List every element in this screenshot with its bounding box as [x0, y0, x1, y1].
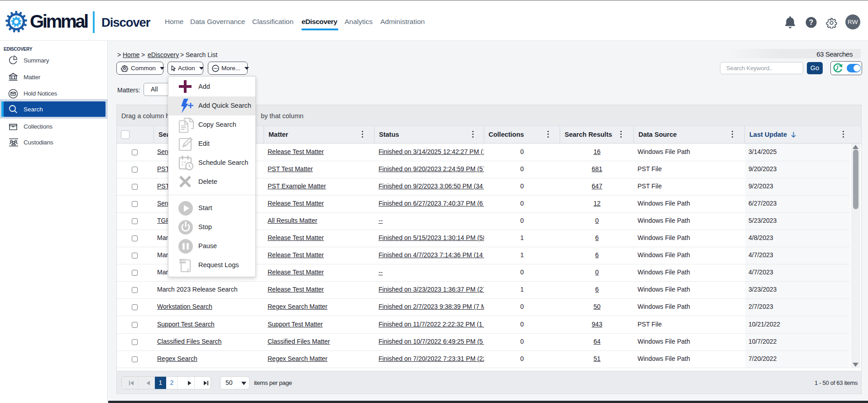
svg-text:LOG: LOG: [179, 259, 187, 263]
